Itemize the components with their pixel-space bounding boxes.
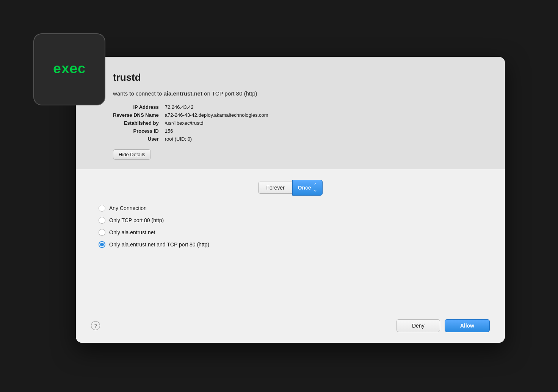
established-value: /usr/libexec/trustd [165, 120, 490, 126]
ip-value: 72.246.43.42 [165, 104, 490, 110]
radio-label-both: Only aia.entrust.net and TCP port 80 (ht… [109, 241, 209, 248]
duration-once-button[interactable]: Once ⌃⌄ [292, 180, 323, 196]
radio-label-any: Any Connection [109, 205, 147, 211]
allow-button[interactable]: Allow [445, 319, 490, 332]
subtitle-host: aia.entrust.net [163, 90, 202, 97]
user-value: root (UID: 0) [165, 136, 490, 142]
details-table: IP Address 72.246.43.42 Reverse DNS Name… [91, 104, 490, 142]
dialog-header: trustd [91, 69, 490, 86]
radio-circle-any [99, 205, 105, 212]
duration-selector: Forever Once ⌃⌄ [258, 180, 322, 196]
pid-label: Process ID [113, 128, 159, 134]
terminal-label: exec [53, 62, 86, 77]
help-button[interactable]: ? [91, 321, 100, 330]
subtitle: wants to connect to aia.entrust.net on T… [91, 90, 490, 97]
app-title: trustd [113, 72, 141, 83]
subtitle-suffix: on TCP port 80 (http) [202, 90, 257, 97]
pid-value: 156 [165, 128, 490, 134]
user-label: User [113, 136, 159, 142]
hide-details-button[interactable]: Hide Details [113, 149, 151, 160]
dialog-bottom-section: Forever Once ⌃⌄ Any Connection Only TCP … [76, 169, 505, 343]
radio-options: Any Connection Only TCP port 80 (http) O… [91, 205, 490, 248]
radio-circle-both [99, 241, 105, 248]
established-label: Established by [113, 120, 159, 126]
duration-once-label: Once [298, 185, 311, 191]
terminal-icon: exec [33, 33, 105, 105]
duration-forever-button[interactable]: Forever [258, 182, 292, 194]
dns-value: a72-246-43-42.deploy.akamaitechnologies.… [165, 112, 490, 118]
radio-any-connection[interactable]: Any Connection [99, 205, 490, 212]
chevron-icon: ⌃⌄ [313, 183, 317, 193]
radio-circle-tcp80 [99, 217, 105, 224]
dialog-top-section: trustd wants to connect to aia.entrust.n… [76, 57, 505, 169]
subtitle-prefix: wants to connect to [113, 90, 163, 97]
radio-tcp80[interactable]: Only TCP port 80 (http) [99, 217, 490, 224]
firewall-dialog: trustd wants to connect to aia.entrust.n… [76, 57, 505, 343]
radio-host-and-port[interactable]: Only aia.entrust.net and TCP port 80 (ht… [99, 241, 490, 248]
dns-label: Reverse DNS Name [113, 112, 159, 118]
radio-host-only[interactable]: Only aia.entrust.net [99, 229, 490, 236]
footer-buttons: Deny Allow [397, 319, 490, 332]
radio-circle-host [99, 229, 105, 236]
dialog-footer: ? Deny Allow [91, 319, 490, 332]
ip-label: IP Address [113, 104, 159, 110]
radio-label-host: Only aia.entrust.net [109, 229, 155, 235]
radio-label-tcp80: Only TCP port 80 (http) [109, 217, 164, 223]
deny-button[interactable]: Deny [397, 319, 440, 332]
